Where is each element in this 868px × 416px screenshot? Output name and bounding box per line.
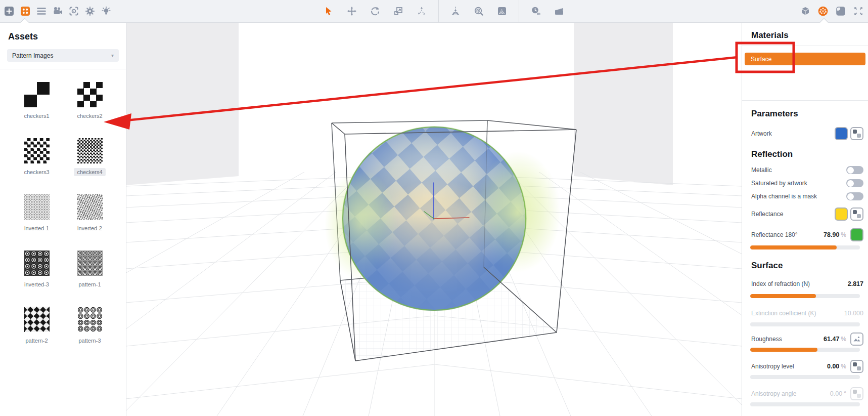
extinction-value: 10.000 bbox=[844, 310, 863, 317]
reflectance-row: Reflectance bbox=[742, 206, 868, 222]
render-camera-button[interactable] bbox=[51, 5, 64, 18]
alpha-mask-toggle[interactable] bbox=[846, 192, 863, 200]
add-icon bbox=[4, 6, 14, 16]
fullscreen-icon bbox=[853, 6, 863, 16]
roughness-label: Roughness bbox=[751, 336, 824, 343]
materials-button[interactable] bbox=[816, 5, 830, 18]
saturated-label: Saturated by artwork bbox=[751, 180, 846, 187]
rotate-icon bbox=[370, 6, 380, 16]
anisotropy-level-slider[interactable] bbox=[750, 375, 860, 379]
settings-button[interactable] bbox=[83, 5, 97, 18]
asset-grid: checkers1 checkers2 checkers3 checkers4 … bbox=[10, 82, 126, 345]
ior-slider[interactable] bbox=[750, 294, 860, 298]
artwork-texture-button[interactable] bbox=[850, 127, 863, 140]
asset-thumbnail bbox=[77, 307, 103, 332]
find-view-icon bbox=[474, 6, 484, 16]
alpha-mask-row: Alpha channel is a mask bbox=[742, 190, 868, 203]
animation-clapper-icon bbox=[554, 6, 564, 16]
assets-button[interactable] bbox=[19, 5, 32, 18]
assets-panel-title: Assets bbox=[8, 31, 126, 42]
gradient-environment-button[interactable] bbox=[495, 5, 509, 18]
history-button[interactable] bbox=[529, 5, 542, 18]
materials-icon bbox=[817, 6, 829, 17]
light-icon bbox=[101, 6, 111, 16]
asset-category-dropdown[interactable]: Pattern Images ▾ bbox=[7, 49, 119, 62]
asset-item[interactable]: inverted-1 bbox=[10, 194, 63, 232]
extinction-label: Extinction coefficient (K) bbox=[751, 310, 844, 317]
viewport-3d[interactable] bbox=[126, 22, 742, 416]
backdrop-wall-right bbox=[574, 22, 673, 185]
spread-button[interactable] bbox=[415, 5, 428, 18]
asset-label: pattern-2 bbox=[22, 337, 51, 345]
anisotropy-angle-texture-button bbox=[850, 387, 863, 400]
asset-item[interactable]: pattern-1 bbox=[63, 251, 116, 288]
metallic-toggle[interactable] bbox=[846, 166, 863, 174]
roughness-image-button[interactable] bbox=[850, 332, 863, 346]
scene-objects-button[interactable] bbox=[799, 5, 812, 18]
alpha-mask-label: Alpha channel is a mask bbox=[751, 193, 846, 200]
material-item-surface[interactable]: Surface bbox=[745, 53, 865, 65]
asset-item[interactable]: inverted-2 bbox=[63, 194, 116, 232]
asset-label: inverted-2 bbox=[74, 224, 105, 232]
surface-section-title: Surface bbox=[751, 261, 868, 271]
anisotropy-angle-slider bbox=[750, 402, 860, 406]
slider-fill bbox=[750, 294, 816, 298]
backdrop-button[interactable] bbox=[834, 5, 847, 18]
anisotropy-level-texture-button[interactable] bbox=[850, 360, 863, 373]
reflectance-color-swatch[interactable] bbox=[835, 207, 848, 221]
asset-item[interactable]: checkers2 bbox=[63, 82, 116, 120]
asset-thumbnail bbox=[24, 82, 50, 107]
properties-panel: Materials Surface Parameters Artwork Ref… bbox=[742, 22, 868, 416]
rotate-button[interactable] bbox=[369, 5, 382, 18]
artwork-color-swatch[interactable] bbox=[835, 127, 848, 140]
asset-thumbnail bbox=[24, 307, 50, 332]
asset-thumbnail bbox=[77, 251, 103, 276]
asset-item-selected[interactable]: checkers4 bbox=[63, 138, 116, 176]
anisotropy-angle-unit: ° bbox=[844, 390, 846, 397]
find-view-button[interactable] bbox=[472, 5, 485, 18]
reflectance180-slider[interactable] bbox=[750, 245, 860, 249]
toolbar-separator bbox=[438, 0, 439, 22]
asset-item[interactable]: pattern-3 bbox=[63, 307, 116, 345]
menu-button[interactable] bbox=[35, 5, 48, 18]
asset-thumbnail bbox=[77, 194, 103, 220]
roughness-unit: % bbox=[841, 336, 846, 343]
asset-item[interactable]: inverted-3 bbox=[10, 251, 63, 288]
backdrop-wall-left bbox=[126, 22, 239, 185]
anisotropy-angle-value: 0.00 bbox=[830, 390, 842, 397]
select-button[interactable] bbox=[322, 5, 335, 18]
asset-label: checkers4 bbox=[74, 168, 105, 176]
roughness-slider[interactable] bbox=[750, 348, 860, 352]
move-icon bbox=[347, 6, 357, 16]
materials-section-title: Materials bbox=[751, 30, 868, 40]
reflectance180-label: Reflectance 180° bbox=[751, 231, 824, 238]
add-button[interactable] bbox=[3, 5, 16, 18]
reflectance180-color-swatch[interactable] bbox=[850, 228, 863, 241]
asset-item[interactable]: checkers1 bbox=[10, 82, 63, 120]
metallic-label: Metallic bbox=[751, 167, 846, 174]
scale-button[interactable] bbox=[392, 5, 405, 18]
top-toolbar bbox=[0, 0, 868, 23]
image-icon bbox=[853, 335, 861, 343]
drop-to-floor-button[interactable] bbox=[449, 5, 462, 18]
capture-frame-button[interactable] bbox=[67, 5, 80, 18]
asset-item[interactable]: pattern-2 bbox=[10, 307, 63, 345]
roughness-value: 61.47 bbox=[824, 336, 839, 343]
reflectance-texture-button[interactable] bbox=[850, 207, 863, 221]
asset-category-value: Pattern Images bbox=[12, 52, 53, 59]
animation-button[interactable] bbox=[553, 5, 566, 18]
anisotropy-level-value: 0.00 bbox=[827, 363, 839, 370]
fullscreen-button[interactable] bbox=[852, 5, 865, 18]
saturated-toggle[interactable] bbox=[846, 179, 863, 187]
ior-value: 2.817 bbox=[848, 280, 863, 287]
asset-thumbnail bbox=[77, 82, 103, 107]
render-camera-icon bbox=[53, 6, 63, 16]
parameters-section-title: Parameters bbox=[751, 109, 868, 119]
reflectance180-unit: % bbox=[841, 231, 846, 238]
scene-canvas bbox=[126, 22, 742, 416]
light-button[interactable] bbox=[100, 5, 113, 18]
asset-thumbnail bbox=[24, 194, 50, 220]
asset-label: inverted-1 bbox=[21, 224, 52, 232]
move-button[interactable] bbox=[345, 5, 358, 18]
asset-item[interactable]: checkers3 bbox=[10, 138, 63, 176]
